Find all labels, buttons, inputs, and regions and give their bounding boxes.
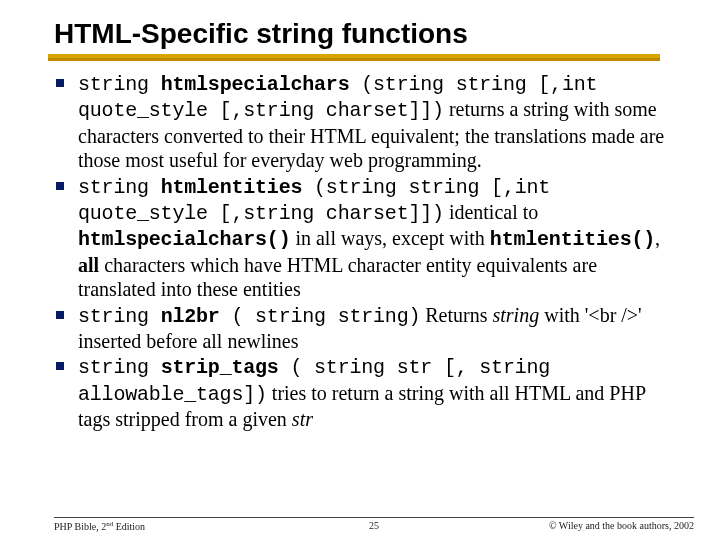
sig-name: nl2br: [161, 305, 220, 328]
footer: PHP Bible, 2nd Edition 25 © Wiley and th…: [54, 517, 694, 532]
footer-page-number: 25: [54, 520, 694, 531]
list-item: string strip_tags ( string str [, string…: [54, 354, 678, 431]
sig-name: htmlentities: [161, 176, 303, 199]
desc-extra: str: [292, 408, 313, 430]
sig-prefix: string: [78, 356, 161, 379]
list-item: string htmlentities (string string [,int…: [54, 174, 678, 302]
list-item: string htmlspecialchars (string string […: [54, 71, 678, 173]
desc: Returns: [420, 304, 492, 326]
sig-suffix: ( string string): [220, 305, 421, 328]
slide: HTML-Specific string functions string ht…: [0, 0, 720, 431]
bullet-list: string htmlspecialchars (string string […: [54, 71, 694, 431]
sig-prefix: string: [78, 73, 161, 96]
sig-name: htmlspecialchars: [161, 73, 350, 96]
sig-name: strip_tags: [161, 356, 279, 379]
sig-prefix: string: [78, 176, 161, 199]
desc-extra: htmlspecialchars() in all ways, except w…: [78, 227, 660, 300]
title-rule: [48, 54, 660, 61]
desc: identical to: [444, 201, 538, 223]
sig-prefix: string: [78, 305, 161, 328]
list-item: string nl2br ( string string) Returns st…: [54, 303, 678, 354]
slide-title: HTML-Specific string functions: [54, 18, 694, 50]
